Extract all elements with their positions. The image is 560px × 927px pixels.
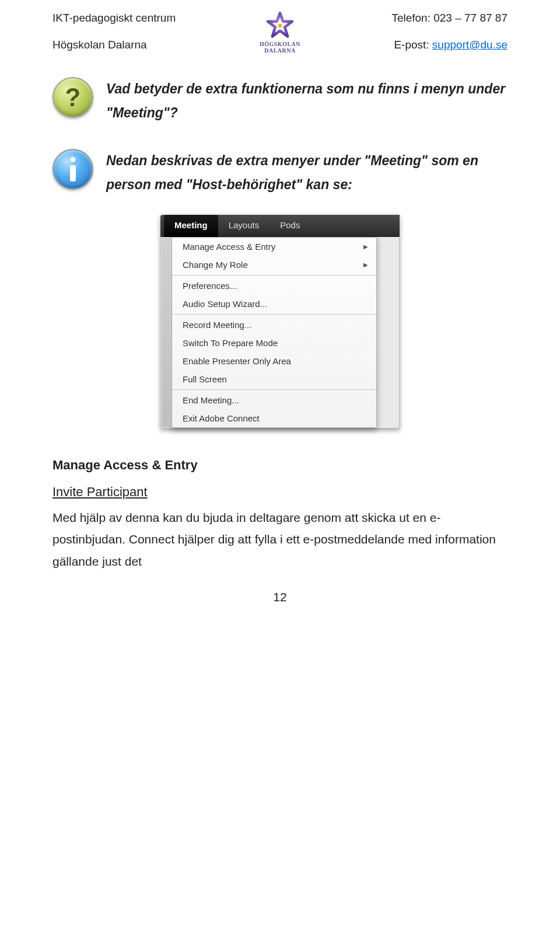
tab-pods[interactable]: Pods — [270, 215, 310, 237]
svg-point-0 — [278, 24, 282, 28]
logo-label: HÖGSKOLAN DALARNA — [245, 41, 315, 54]
answer-block: Nedan beskrivas de extra menyer under "M… — [52, 149, 508, 197]
page-header: IKT-pedagogiskt centrum Högskolan Dalarn… — [52, 12, 508, 54]
question-block: Vad betyder de extra funktionerna som nu… — [52, 77, 508, 126]
menu-item-change-role[interactable]: Change My Role — [172, 256, 376, 274]
paragraph-invite: Med hjälp av denna kan du bjuda in delta… — [52, 507, 508, 573]
heading-invite-participant: Invite Participant — [52, 485, 508, 500]
header-logo: HÖGSKOLAN DALARNA — [245, 12, 315, 54]
question-icon — [52, 77, 93, 118]
tab-layouts[interactable]: Layouts — [218, 215, 270, 237]
menu-separator — [172, 389, 376, 390]
menu-body: Manage Access & Entry Change My Role Pre… — [160, 237, 400, 428]
menu-item-end-meeting[interactable]: End Meeting... — [172, 391, 376, 409]
header-phone: Telefon: 023 – 77 87 87 — [315, 12, 508, 25]
menu-item-record[interactable]: Record Meeting... — [172, 316, 376, 334]
menu-item-exit[interactable]: Exit Adobe Connect — [172, 409, 376, 427]
question-text: Vad betyder de extra funktionerna som nu… — [106, 77, 508, 126]
menu-item-preferences[interactable]: Preferences... — [172, 277, 376, 295]
header-school: Högskolan Dalarna — [52, 39, 245, 51]
header-email: E-post: support@du.se — [315, 39, 508, 51]
answer-text: Nedan beskrivas de extra menyer under "M… — [106, 149, 508, 197]
menu-item-presenter-area[interactable]: Enable Presenter Only Area — [172, 352, 376, 370]
star-icon — [266, 12, 294, 40]
menu-bar: Meeting Layouts Pods — [160, 215, 400, 237]
menu-item-full-screen[interactable]: Full Screen — [172, 370, 376, 388]
header-left: IKT-pedagogiskt centrum Högskolan Dalarn… — [52, 12, 245, 51]
menu-dropdown: Manage Access & Entry Change My Role Pre… — [172, 237, 377, 428]
menu-screenshot: Meeting Layouts Pods Manage Access & Ent… — [160, 215, 400, 428]
menu-separator — [172, 314, 376, 315]
header-right: Telefon: 023 – 77 87 87 E-post: support@… — [315, 12, 508, 51]
heading-manage-access: Manage Access & Entry — [52, 458, 508, 473]
info-icon — [52, 149, 93, 190]
tab-meeting[interactable]: Meeting — [164, 215, 218, 237]
menu-left-strip — [162, 237, 172, 427]
header-org: IKT-pedagogiskt centrum — [52, 12, 245, 25]
support-email-link[interactable]: support@du.se — [432, 39, 508, 51]
menu-item-manage-access[interactable]: Manage Access & Entry — [172, 238, 376, 256]
page-number: 12 — [52, 590, 508, 604]
menu-separator — [172, 275, 376, 276]
menu-item-audio-wizard[interactable]: Audio Setup Wizard... — [172, 295, 376, 313]
menu-item-prepare-mode[interactable]: Switch To Prepare Mode — [172, 334, 376, 352]
